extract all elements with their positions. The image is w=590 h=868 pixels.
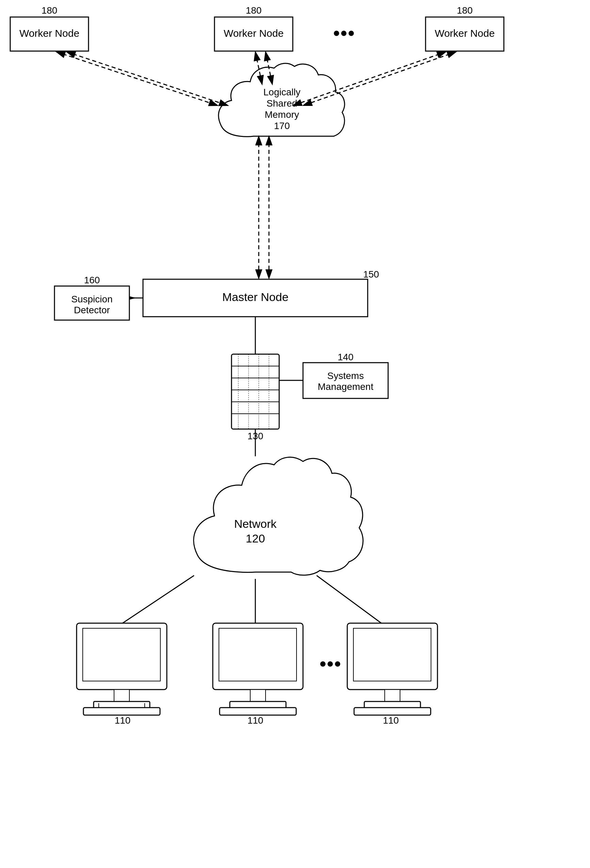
svg-text:160: 160 [84,275,100,285]
svg-text:Shared: Shared [267,98,297,109]
svg-text:Suspicion: Suspicion [71,294,112,304]
svg-text:110: 110 [115,715,131,726]
svg-rect-68 [220,708,296,715]
svg-text:150: 150 [363,269,379,280]
svg-text:Detector: Detector [74,305,110,315]
svg-text:170: 170 [274,121,290,131]
svg-text:Worker Node: Worker Node [224,28,283,39]
svg-text:●●●: ●●● [319,656,341,670]
svg-text:180: 180 [246,5,262,16]
svg-rect-73 [385,689,400,701]
svg-rect-65 [219,628,296,681]
svg-text:Worker Node: Worker Node [19,28,79,39]
svg-rect-58 [114,689,129,701]
computer-left [77,623,167,715]
svg-text:Master Node: Master Node [222,291,289,303]
diagram: Worker Node 180 Worker Node 180 ●●● Work… [0,0,590,868]
svg-rect-72 [353,628,431,681]
svg-line-16 [66,52,228,106]
svg-text:Memory: Memory [264,109,299,120]
svg-rect-66 [250,689,266,701]
svg-line-55 [317,576,381,623]
svg-rect-62 [83,708,160,715]
svg-text:Network: Network [234,517,277,530]
svg-rect-75 [354,708,431,715]
svg-text:120: 120 [246,532,265,545]
svg-line-17 [56,52,218,106]
svg-text:110: 110 [383,715,399,726]
svg-rect-34 [232,354,279,429]
computer-center-g [213,623,303,715]
svg-rect-57 [83,628,160,681]
svg-text:Logically: Logically [264,87,301,97]
svg-text:180: 180 [457,5,473,16]
svg-line-53 [122,576,194,623]
svg-text:110: 110 [248,715,264,726]
svg-text:140: 140 [338,352,354,362]
svg-text:●●●: ●●● [333,25,355,40]
svg-text:180: 180 [41,5,58,16]
svg-text:Management: Management [318,381,373,392]
svg-text:Systems: Systems [327,371,364,381]
svg-text:Worker Node: Worker Node [435,28,495,39]
computer-right-g [347,623,438,715]
